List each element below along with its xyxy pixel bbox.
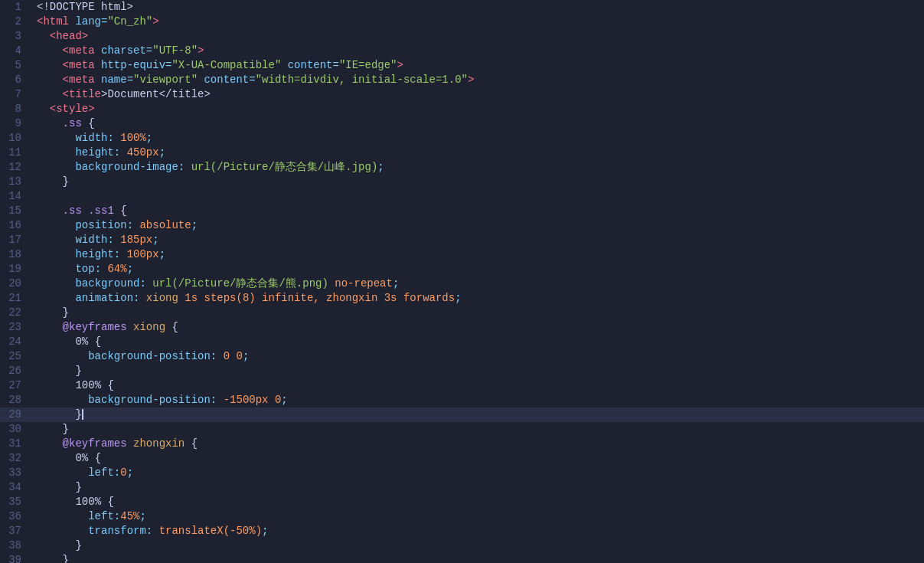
line-number: 9 <box>0 116 31 131</box>
code-line: 3 <head> <box>0 29 924 44</box>
token: > <box>468 74 474 86</box>
token: : <box>107 234 120 246</box>
token: { <box>184 437 198 450</box>
line-content: } <box>31 480 924 495</box>
token: 100% <box>75 379 101 391</box>
token: > <box>397 59 403 71</box>
token: 0% <box>75 452 88 464</box>
token: { <box>165 321 178 333</box>
token <box>37 248 75 260</box>
line-number: 4 <box>0 44 31 58</box>
token: < <box>37 59 69 71</box>
code-line: 32 0% { <box>0 451 924 466</box>
token: style <box>56 103 88 115</box>
token: : <box>211 350 224 362</box>
token: ; <box>281 394 287 406</box>
token: ; <box>243 350 249 362</box>
token <box>37 292 75 304</box>
code-line: 14 <box>0 189 924 204</box>
token: } <box>37 554 69 563</box>
line-number: 22 <box>0 306 31 320</box>
token: "Cn_zh" <box>107 15 152 28</box>
line-content: } <box>31 364 924 378</box>
line-number: 39 <box>0 553 31 563</box>
line-number: 2 <box>0 15 31 29</box>
token: ; <box>152 234 158 246</box>
code-line: 10 width: 100%; <box>0 131 924 146</box>
token: < <box>37 30 56 42</box>
token <box>37 277 75 290</box>
token: "width=divdiv, initial-scale=1.0" <box>256 74 468 86</box>
token <box>37 146 75 159</box>
token: background-image <box>75 161 178 173</box>
text-cursor <box>82 409 83 420</box>
line-content: background-position: -1500px 0; <box>31 393 924 408</box>
token: content <box>281 59 332 71</box>
line-number: 11 <box>0 146 31 160</box>
token: title <box>69 88 101 100</box>
line-content: width: 185px; <box>31 233 924 247</box>
token: .ss <box>63 117 82 129</box>
token: 45% <box>120 510 139 522</box>
token: "viewport" <box>133 74 198 86</box>
token: ; <box>139 510 145 522</box>
token <box>37 525 88 537</box>
code-line: 34 } <box>0 480 924 495</box>
code-line: 8 <style> <box>0 102 924 116</box>
code-area[interactable]: 1<!DOCTYPE html>2<html lang="Cn_zh">3 <h… <box>0 0 924 563</box>
code-line: 2<html lang="Cn_zh"> <box>0 15 924 29</box>
line-content: <style> <box>31 102 924 116</box>
token: ; <box>127 466 133 479</box>
line-content: animation: xiong 1s steps(8) infinite, z… <box>31 291 924 306</box>
token: <!DOCTYPE html> <box>37 1 133 13</box>
token: < <box>37 103 56 115</box>
line-number: 6 <box>0 73 31 87</box>
code-line: 1<!DOCTYPE html> <box>0 0 924 15</box>
line-number: 31 <box>0 437 31 451</box>
line-content: position: absolute; <box>31 218 924 233</box>
line-number: 20 <box>0 277 31 291</box>
code-line: 30 } <box>0 422 924 437</box>
token: head <box>56 30 82 42</box>
code-line: 33 left:0; <box>0 466 924 480</box>
token <box>127 321 133 333</box>
line-number: 32 <box>0 451 31 466</box>
token: lang <box>69 15 101 28</box>
token: > <box>198 44 204 57</box>
line-number: 25 <box>0 349 31 364</box>
line-content: transform: translateX(-50%); <box>31 524 924 538</box>
line-content: <meta name="viewport" content="width=div… <box>31 73 924 87</box>
line-number: 27 <box>0 378 31 393</box>
token: ; <box>191 219 198 231</box>
line-number: 12 <box>0 160 31 175</box>
token <box>37 437 63 450</box>
token: : <box>146 525 159 537</box>
line-content: 100% { <box>31 495 924 509</box>
token: position <box>75 219 126 231</box>
code-line: 7 <title>Document</title> <box>0 87 924 102</box>
line-content: } <box>31 175 924 189</box>
token: 0% <box>75 336 88 348</box>
token: meta <box>69 74 95 86</box>
line-content: } <box>31 408 924 422</box>
token: > <box>152 15 158 28</box>
token: height <box>75 146 113 159</box>
line-number: 10 <box>0 131 31 146</box>
token: : <box>114 146 127 159</box>
code-line: 9 .ss { <box>0 116 924 131</box>
code-line: 15 .ss .ss1 { <box>0 204 924 218</box>
line-number: 16 <box>0 218 31 233</box>
line-number: 28 <box>0 393 31 408</box>
token: { <box>82 117 95 129</box>
token <box>37 117 63 129</box>
line-content: <head> <box>31 29 924 44</box>
line-content: <html lang="Cn_zh"> <box>31 15 924 29</box>
line-content: .ss .ss1 { <box>31 204 924 218</box>
code-line: 29 } <box>0 408 924 422</box>
token: ; <box>393 277 399 290</box>
token: url(/Picture/静态合集/山峰.jpg) <box>191 161 378 173</box>
line-content: 0% { <box>31 335 924 349</box>
token: content <box>198 74 249 86</box>
line-number: 23 <box>0 320 31 335</box>
line-content: height: 100px; <box>31 247 924 262</box>
